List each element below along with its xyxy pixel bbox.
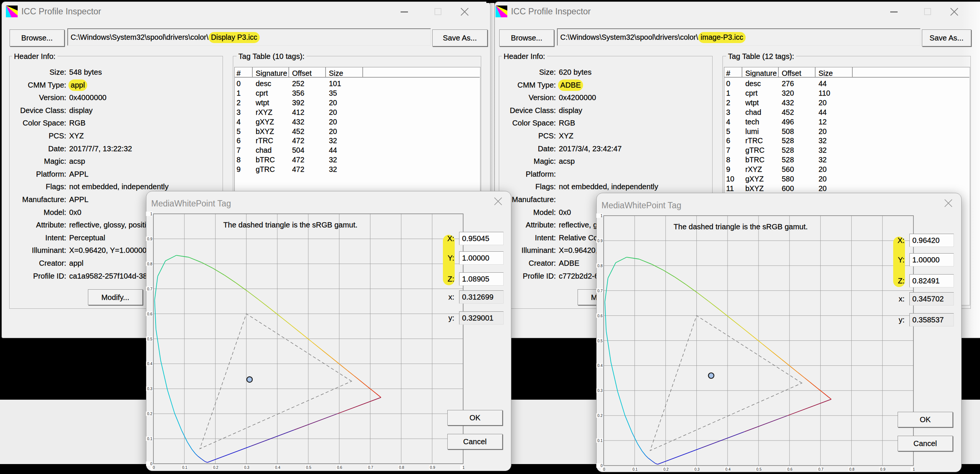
svg-text:0.3: 0.3	[147, 387, 152, 391]
svg-text:0.6: 0.6	[147, 312, 152, 316]
svg-text:0.6: 0.6	[597, 314, 603, 318]
svg-text:0: 0	[603, 468, 605, 471]
svg-text:0.5: 0.5	[147, 337, 152, 341]
svg-text:0.7: 0.7	[147, 287, 152, 291]
svg-text:1: 1	[600, 214, 603, 218]
svg-text:0.9: 0.9	[430, 466, 435, 469]
svg-text:0.5: 0.5	[756, 468, 762, 471]
svg-text:0.1: 0.1	[182, 466, 187, 469]
svg-text:0.6: 0.6	[337, 466, 342, 469]
svg-text:0.8: 0.8	[597, 264, 603, 268]
svg-text:0.2: 0.2	[597, 413, 603, 418]
svg-text:0.2: 0.2	[213, 466, 218, 469]
svg-text:1: 1	[462, 466, 465, 469]
svg-text:0.1: 0.1	[597, 439, 603, 443]
svg-text:0.2: 0.2	[663, 468, 668, 471]
svg-text:0.3: 0.3	[695, 468, 700, 471]
svg-text:0.2: 0.2	[147, 412, 152, 416]
svg-text:0.1: 0.1	[147, 437, 152, 441]
svg-text:0.7: 0.7	[818, 468, 823, 471]
svg-text:0.8: 0.8	[850, 468, 854, 471]
svg-text:0.4: 0.4	[147, 362, 152, 366]
svg-text:0.4: 0.4	[275, 466, 280, 469]
svg-text:0.9: 0.9	[147, 237, 152, 241]
svg-text:0: 0	[153, 466, 155, 469]
svg-text:0.8: 0.8	[147, 262, 152, 266]
svg-text:1: 1	[150, 212, 152, 216]
svg-text:0.6: 0.6	[787, 468, 792, 471]
svg-text:0.9: 0.9	[597, 239, 603, 243]
svg-text:1: 1	[913, 468, 915, 471]
svg-text:0.3: 0.3	[597, 389, 603, 393]
svg-text:0.9: 0.9	[880, 468, 885, 471]
svg-text:0.5: 0.5	[597, 339, 603, 343]
svg-text:0.7: 0.7	[368, 466, 373, 469]
svg-text:0.5: 0.5	[306, 466, 311, 469]
svg-text:0.4: 0.4	[725, 468, 730, 471]
svg-text:0.4: 0.4	[597, 364, 603, 368]
svg-text:0.8: 0.8	[399, 466, 404, 469]
svg-text:0.7: 0.7	[597, 289, 603, 293]
svg-text:0.3: 0.3	[244, 466, 250, 469]
svg-text:0.1: 0.1	[632, 468, 638, 471]
